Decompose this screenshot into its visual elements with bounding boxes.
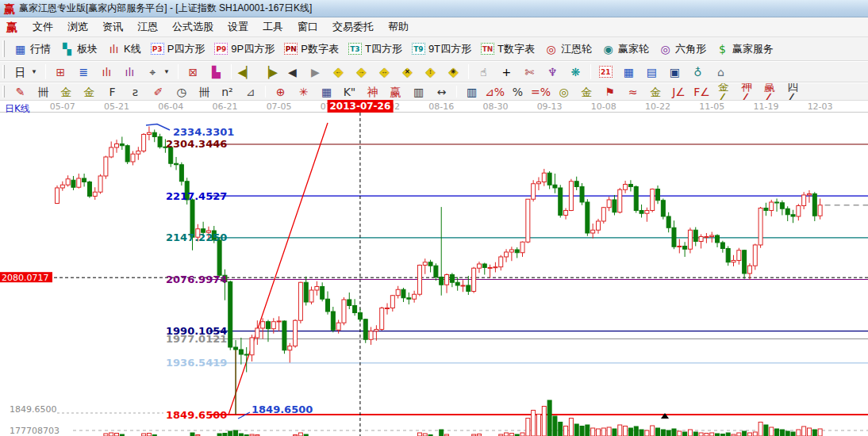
pattern-window-button[interactable]: ⊠ [182, 63, 205, 80]
candle-body [440, 277, 444, 285]
first-page-button[interactable]: ◀▏ [235, 63, 258, 80]
toolbar-drag-handle[interactable] [2, 40, 5, 56]
kline-chart[interactable]: 2080.07171849.65001777087032334.33012304… [0, 113, 868, 436]
menu-item-tools[interactable]: 工具 [255, 19, 290, 34]
gann-expand-left-button[interactable]: ◆← [327, 63, 350, 80]
win-grid-button[interactable]: 赢 [384, 83, 407, 100]
main-t-number-table-button[interactable]: TNT数字表 [476, 40, 540, 58]
shen-angle-button[interactable]: 神∠ [736, 83, 759, 100]
volume-bar [509, 434, 513, 436]
title-bar[interactable]: 赢 赢家江恩专业版[赢家内部服务平台] - [上证指数 SH1A0001-167… [0, 0, 868, 17]
main-sectors-button[interactable]: ▚板块 [56, 40, 102, 58]
mini-chart-9-button[interactable]: ılı [118, 63, 141, 80]
menu-item-file[interactable]: 文件 [25, 19, 60, 34]
p-square-icon: P3 [151, 43, 164, 55]
tag-tool-button[interactable]: ✄ [518, 63, 541, 80]
gann-expand-vert-button[interactable]: ◆↕ [419, 63, 442, 80]
main-winner-wheel-button[interactable]: ◉赢家轮 [597, 40, 654, 58]
sectors-icon: ▚ [60, 42, 74, 55]
menu-item-window[interactable]: 窗口 [290, 19, 325, 34]
volume-profile-button[interactable]: ▙ [205, 63, 228, 80]
main-p-number-table-button[interactable]: PNP数字表 [279, 40, 344, 58]
toolbar-drag-handle[interactable] [2, 65, 5, 79]
calendar-button[interactable]: 21 [594, 64, 617, 79]
wave-lines-button[interactable]: ≈ [621, 83, 644, 100]
main-t9-square-button[interactable]: T99T四方形 [407, 40, 476, 58]
gann-expand-all-button[interactable]: ◆✳ [442, 63, 465, 80]
volume-bar [505, 433, 509, 436]
k-mark-button[interactable]: K" [338, 83, 361, 100]
price-flag-button[interactable]: ⚑ [598, 83, 621, 100]
ratio-table-button[interactable]: ▥ [460, 83, 483, 100]
f-grid-button[interactable]: F [101, 83, 124, 100]
menu-item-browse[interactable]: 浏览 [60, 19, 95, 34]
notebook-button[interactable]: ▤ [640, 63, 663, 80]
gann-expand-right-button[interactable]: ◆→ [350, 63, 373, 80]
circle-gauge-button[interactable]: ◷ [170, 83, 193, 100]
candle-body [613, 200, 616, 212]
menu-item-settings[interactable]: 设置 [221, 19, 255, 34]
win-angle-button[interactable]: 赢∠ [759, 83, 782, 100]
main-hexagon-button[interactable]: ◎六角形 [654, 40, 711, 58]
web-grid-button[interactable]: ▦ [315, 83, 338, 100]
n-square-tool-icon: n² [221, 85, 234, 98]
main-quotes-button[interactable]: ▦行情 [9, 40, 56, 58]
percent-tool-button[interactable]: % [506, 83, 529, 100]
zebra-grid-button[interactable]: ▥ [407, 83, 430, 100]
percent-level-button[interactable]: =% [529, 83, 552, 100]
main-gann-wheel-button[interactable]: ◎江恩轮 [540, 40, 597, 58]
j-angle-button[interactable]: J∠ [667, 83, 690, 100]
period-dropdown-button[interactable]: 日▼ [9, 63, 42, 80]
hand-tool-button[interactable]: ☝ [472, 63, 495, 80]
next-bar-button[interactable]: ▶ [304, 63, 327, 80]
last-page-button[interactable]: ▕▶ [258, 63, 281, 80]
prev-bar-button[interactable]: ◀ [281, 63, 304, 80]
f-angle-button[interactable]: F∠ [690, 83, 713, 100]
fence-tool-button[interactable]: 卌 [193, 83, 216, 100]
menu-item-gann[interactable]: 江恩 [130, 19, 165, 34]
measure-dropdown-button[interactable]: ⌖▼ [141, 63, 175, 80]
toolbar-drag-handle[interactable] [2, 86, 5, 98]
web-sync-button[interactable]: ♁ [686, 63, 709, 80]
main-p9-square-button[interactable]: P99P四方形 [209, 40, 279, 58]
multi-window-button[interactable]: ⊞ [49, 63, 72, 80]
gold-grid-1-button[interactable]: 金 [55, 83, 78, 100]
crosshair-tool-button[interactable]: + [495, 63, 518, 80]
net-tool-button[interactable]: ♆ [541, 63, 564, 80]
main-winner-service-button[interactable]: $赢家服务 [711, 40, 778, 58]
main-t-square-button[interactable]: T3T四方形 [344, 40, 407, 58]
save-button[interactable]: ▣ [663, 63, 686, 80]
mini-chart-3-button[interactable]: ılı [95, 63, 118, 80]
gold-levels-button[interactable]: 金 [575, 83, 598, 100]
quote-report-button[interactable]: ≣ [72, 63, 95, 80]
gold-circle-button[interactable]: ◎ [552, 83, 575, 100]
marker-brush-button[interactable]: ✐ [147, 83, 170, 100]
grid-tool-button[interactable]: 卌 [32, 83, 55, 100]
gold-angle-button[interactable]: 金∠ [713, 83, 736, 100]
paint-brush-button[interactable]: ✎ [9, 83, 32, 100]
angle-ruler-button[interactable]: ⊿ [239, 83, 262, 100]
calculator-button[interactable]: ▦ [617, 63, 640, 80]
shen-grid-button[interactable]: 神 [361, 83, 384, 100]
main-kline-button[interactable]: ılıK线 [102, 40, 146, 58]
knot-tool-button[interactable]: ❋ [564, 63, 587, 80]
spiral-tool-button[interactable]: ƨ [124, 83, 147, 100]
candle-body [369, 331, 373, 340]
star-web-icon: ✳ [297, 85, 310, 98]
remote-pc-button[interactable]: ⌂ [709, 63, 732, 80]
four-angle-button[interactable]: 四∠ [782, 83, 805, 100]
crosshair-circle-button[interactable]: ⊕ [269, 83, 292, 100]
menu-item-trade[interactable]: 交易委托 [325, 19, 381, 34]
span-arrows-button[interactable]: ↔ [430, 83, 453, 100]
gann-compress-button[interactable]: ◆✕ [396, 63, 419, 80]
gann-expand-both-button[interactable]: ◆↔ [373, 63, 396, 80]
gold-grid-2-button[interactable]: 金 [78, 83, 101, 100]
menu-item-formula-select[interactable]: 公式选股 [165, 19, 221, 34]
star-web-button[interactable]: ✳ [292, 83, 315, 100]
n-square-tool-button[interactable]: n² [216, 83, 239, 100]
menu-item-news[interactable]: 资讯 [95, 19, 130, 34]
main-p-square-button[interactable]: P3P四方形 [146, 40, 210, 58]
menu-item-help[interactable]: 帮助 [381, 19, 416, 34]
gold-levels-2-button[interactable]: 金 [644, 83, 667, 100]
percent-slope-button[interactable]: ⊿% [483, 83, 506, 100]
